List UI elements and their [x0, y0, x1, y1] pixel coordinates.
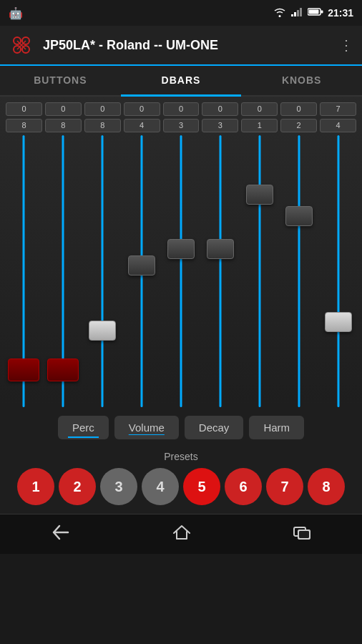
- home-icon[interactable]: [172, 525, 191, 545]
- value-box-bot-2: 8: [45, 119, 82, 132]
- value-row-top: 0 0 0 0 0 0 0 0 7: [0, 102, 362, 116]
- value-row-bottom: 8 8 8 4 3 3 1 2 4: [0, 119, 362, 132]
- slider-2[interactable]: [45, 135, 82, 407]
- tab-buttons[interactable]: BUTTONS: [0, 66, 121, 95]
- value-box-bot-3: 8: [84, 119, 121, 132]
- svg-point-0: [279, 15, 281, 17]
- preset-btn-3[interactable]: 3: [100, 468, 137, 505]
- slider-5-thumb[interactable]: [167, 239, 195, 259]
- svg-rect-3: [297, 10, 299, 16]
- preset-btn-4[interactable]: 4: [142, 468, 179, 505]
- value-box-bot-8: 2: [280, 119, 317, 132]
- slider-4[interactable]: [124, 135, 160, 407]
- value-box-bot-6: 3: [202, 119, 238, 132]
- status-bar-left: 🤖: [9, 6, 23, 20]
- slider-8[interactable]: [280, 135, 317, 407]
- preset-btn-2[interactable]: 2: [59, 468, 96, 505]
- app-logo: [9, 32, 34, 58]
- nav-bar: [0, 514, 362, 554]
- slider-9-track: [337, 135, 339, 407]
- app-title: JP50LA* - Roland -- UM-ONE: [43, 38, 339, 53]
- svg-rect-1: [291, 14, 293, 16]
- signal-icon: [290, 7, 303, 19]
- slider-5-track: [180, 135, 182, 407]
- slider-5[interactable]: [163, 135, 200, 407]
- value-box-bot-4: 4: [124, 119, 160, 132]
- bottom-tabs: Perc Volume Decay Harm: [0, 407, 362, 448]
- svg-rect-2: [294, 12, 296, 16]
- preset-btn-1[interactable]: 1: [17, 468, 54, 505]
- slider-2-thumb[interactable]: [47, 358, 79, 381]
- tab-harm[interactable]: Harm: [249, 416, 304, 439]
- tab-perc[interactable]: Perc: [58, 416, 109, 439]
- value-box-bot-5: 3: [163, 119, 200, 132]
- tab-volume[interactable]: Volume: [114, 416, 179, 439]
- slider-3[interactable]: [84, 135, 121, 407]
- slider-7-thumb[interactable]: [246, 185, 273, 205]
- value-box-bot-9: 4: [320, 119, 356, 132]
- presets-section: Presets 1 2 3 4 5 6 7 8: [0, 448, 362, 514]
- slider-7[interactable]: [241, 135, 278, 407]
- back-icon[interactable]: [51, 525, 71, 545]
- slider-6-track: [219, 135, 221, 407]
- android-icon: 🤖: [9, 6, 23, 20]
- preset-btn-5[interactable]: 5: [183, 468, 220, 505]
- tab-bar: BUTTONS DBARS KNOBS: [0, 66, 362, 97]
- tab-knobs[interactable]: KNOBS: [241, 66, 362, 95]
- battery-icon: [308, 7, 323, 19]
- value-box-6: 0: [202, 102, 238, 116]
- preset-btn-7[interactable]: 7: [266, 468, 303, 505]
- slider-3-thumb[interactable]: [89, 321, 116, 341]
- preset-btn-6[interactable]: 6: [225, 468, 262, 505]
- svg-rect-7: [309, 10, 319, 14]
- status-bar-right: 21:31: [273, 7, 353, 19]
- status-time: 21:31: [328, 7, 353, 19]
- value-box-8: 0: [280, 102, 317, 116]
- value-box-7: 0: [241, 102, 278, 116]
- value-box-bot-7: 1: [241, 119, 278, 132]
- presets-row: 1 2 3 4 5 6 7 8: [11, 468, 351, 505]
- value-box-2: 0: [45, 102, 82, 116]
- slider-6[interactable]: [202, 135, 238, 407]
- presets-label: Presets: [11, 451, 351, 462]
- slider-8-track: [298, 135, 300, 407]
- tab-dbars[interactable]: DBARS: [121, 66, 242, 97]
- preset-btn-8[interactable]: 8: [308, 468, 345, 505]
- slider-3-track: [102, 135, 104, 407]
- wifi-icon: [273, 7, 286, 19]
- tab-decay[interactable]: Decay: [185, 416, 244, 439]
- svg-rect-4: [300, 8, 302, 16]
- status-bar: 🤖 2: [0, 0, 362, 26]
- slider-9-thumb[interactable]: [325, 312, 352, 332]
- value-box-5: 0: [163, 102, 200, 116]
- slider-9[interactable]: [320, 135, 356, 407]
- slider-8-thumb[interactable]: [285, 206, 313, 226]
- svg-rect-15: [298, 530, 310, 539]
- slider-6-thumb[interactable]: [207, 239, 234, 259]
- svg-rect-6: [321, 11, 323, 14]
- value-box-1: 0: [6, 102, 42, 116]
- slider-1-thumb[interactable]: [8, 358, 39, 381]
- slider-section: 0 0 0 0 0 0 0 0 7 8 8: [0, 97, 362, 407]
- value-box-4: 0: [124, 102, 160, 116]
- value-box-3: 0: [84, 102, 121, 116]
- slider-1[interactable]: [6, 135, 42, 407]
- value-box-bot-1: 8: [6, 119, 42, 132]
- menu-button[interactable]: ⋮: [339, 36, 353, 54]
- recents-icon[interactable]: [293, 525, 311, 545]
- value-box-9: 7: [320, 102, 356, 116]
- slider-7-track: [258, 135, 260, 407]
- slider-4-thumb[interactable]: [128, 255, 155, 275]
- sliders-container: [0, 135, 362, 407]
- app-header: JP50LA* - Roland -- UM-ONE ⋮: [0, 26, 362, 66]
